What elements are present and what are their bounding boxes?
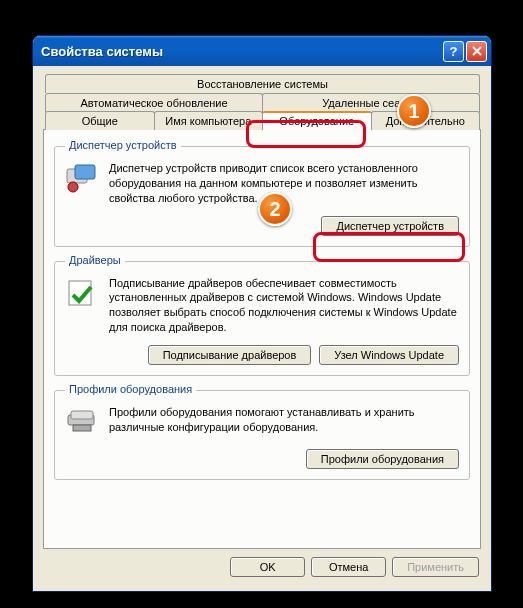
- drivers-icon: [65, 276, 99, 310]
- close-button[interactable]: [466, 41, 487, 62]
- tab-computer-name[interactable]: Имя компьютера: [154, 111, 264, 130]
- group-title: Профили оборудования: [65, 383, 196, 395]
- group-title: Драйверы: [65, 254, 125, 266]
- svg-rect-1: [75, 165, 95, 179]
- tab-label: Автоматическое обновление: [80, 97, 227, 109]
- ok-button[interactable]: OK: [230, 557, 305, 577]
- apply-button[interactable]: Применить: [392, 557, 479, 577]
- close-icon: [471, 45, 483, 57]
- group-device-manager: Диспетчер устройств Диспетчер устройств …: [54, 146, 470, 247]
- tab-label: Имя компьютера: [165, 115, 251, 127]
- group-hw-profiles: Профили оборудования Профили оборудовани…: [54, 390, 470, 480]
- tab-label: Восстановление системы: [197, 78, 328, 90]
- svg-rect-6: [73, 425, 91, 431]
- cancel-button[interactable]: Отмена: [311, 557, 386, 577]
- device-manager-icon: [65, 161, 99, 195]
- tab-general[interactable]: Общие: [45, 111, 155, 130]
- tab-auto-update[interactable]: Автоматическое обновление: [45, 93, 263, 112]
- tab-label: Общие: [82, 115, 118, 127]
- group-text: Диспетчер устройств приводит список всег…: [109, 161, 459, 206]
- group-drivers: Драйверы Подписывание драйверов обеспечи…: [54, 261, 470, 376]
- window-title: Свойства системы: [41, 44, 441, 59]
- tab-row-1b: Автоматическое обновление Удаленные сеан…: [45, 93, 479, 112]
- tab-row-2: Общие Имя компьютера Оборудование Дополн…: [45, 111, 479, 130]
- tab-label: Оборудование: [279, 115, 354, 127]
- tab-label: Удаленные сеансы: [322, 97, 420, 109]
- hw-profiles-icon: [65, 405, 99, 439]
- group-text: Профили оборудования помогают устанавлив…: [109, 405, 459, 439]
- tab-advanced[interactable]: Дополнительно: [371, 111, 481, 130]
- svg-point-2: [68, 182, 78, 192]
- tab-row-1: Восстановление системы: [45, 74, 479, 93]
- group-text: Подписывание драйверов обеспечивает совм…: [109, 276, 459, 335]
- tabs-area: Восстановление системы Автоматическое об…: [43, 74, 481, 549]
- hw-profiles-button[interactable]: Профили оборудования: [306, 449, 459, 469]
- device-manager-button[interactable]: Диспетчер устройств: [321, 216, 459, 236]
- titlebar[interactable]: Свойства системы ?: [33, 36, 491, 66]
- tab-hardware[interactable]: Оборудование: [262, 111, 372, 130]
- help-button[interactable]: ?: [443, 41, 464, 62]
- window-body: Восстановление системы Автоматическое об…: [33, 66, 491, 591]
- svg-rect-5: [71, 411, 93, 419]
- system-properties-window: Свойства системы ? Восстановление систем…: [32, 35, 492, 592]
- windows-update-button[interactable]: Узел Windows Update: [319, 345, 459, 365]
- dialog-buttons: OK Отмена Применить: [43, 549, 481, 581]
- tab-panel-hardware: Диспетчер устройств Диспетчер устройств …: [43, 129, 481, 549]
- driver-signing-button[interactable]: Подписывание драйверов: [148, 345, 312, 365]
- tab-remote-sessions[interactable]: Удаленные сеансы: [262, 93, 480, 112]
- tab-label: Дополнительно: [386, 115, 465, 127]
- group-title: Диспетчер устройств: [65, 139, 181, 151]
- tab-system-restore[interactable]: Восстановление системы: [45, 74, 480, 93]
